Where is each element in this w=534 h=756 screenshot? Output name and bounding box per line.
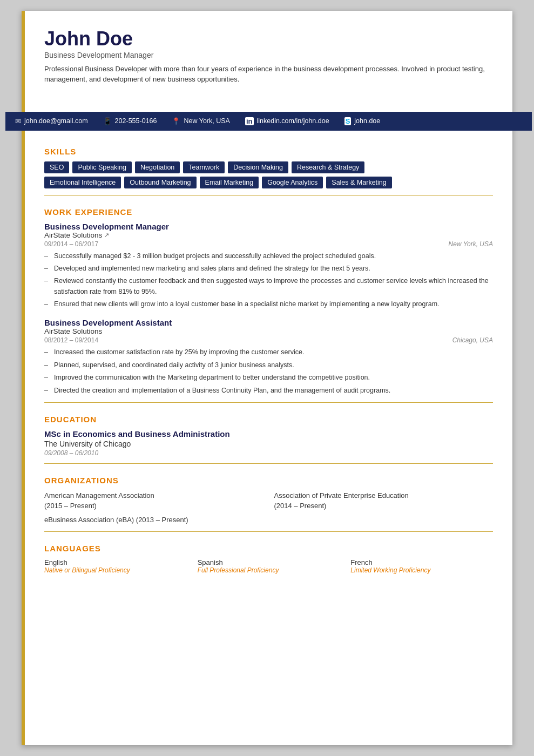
- contact-phone: 📱 202-555-0166: [103, 117, 157, 125]
- skills-row-1: SEO Public Speaking Negotiation Teamwork…: [44, 161, 493, 173]
- org-3: eBusiness Association (eBA) (2013 – Pres…: [44, 515, 493, 525]
- job-2-bullet-4: Directed the creation and implementation…: [44, 386, 493, 396]
- skill-sales-marketing: Sales & Marketing: [326, 177, 391, 188]
- lang-french: French Limited Working Proficiency: [350, 558, 493, 574]
- work-divider: [44, 402, 493, 403]
- org-1: American Management Association (2015 – …: [44, 490, 263, 511]
- job-1-company: AirState Solutions ↗: [44, 231, 493, 239]
- job-2-title: Business Development Assistant: [44, 318, 493, 327]
- edu-school: The University of Chicago: [44, 440, 493, 448]
- org-section-title: ORGANIZATIONS: [44, 476, 493, 485]
- skills-divider: [44, 195, 493, 195]
- job-2-bullet-1: Increased the customer satisfaction rate…: [44, 347, 493, 357]
- org-2: Association of Private Enterprise Educat…: [274, 490, 494, 511]
- job-2-date-row: 08/2012 – 09/2014 Chicago, USA: [44, 336, 493, 344]
- skype-value: john.doe: [354, 117, 380, 125]
- contact-email: ✉ john.doe@gmail.com: [15, 117, 88, 125]
- work-experience-section-title: WORK EXPERIENCE: [44, 207, 493, 217]
- skill-public-speaking: Public Speaking: [72, 161, 132, 173]
- org-2-name: Association of Private Enterprise Educat…: [274, 490, 494, 501]
- skill-teamwork: Teamwork: [183, 161, 225, 173]
- lang-spanish-name: Spanish: [198, 558, 340, 566]
- skill-emotional-intelligence: Emotional Intelligence: [44, 177, 121, 188]
- job-2-bullet-3: Improved the communication with the Mark…: [44, 373, 493, 383]
- candidate-name: John Doe: [44, 28, 493, 50]
- contact-skype: S john.doe: [344, 117, 381, 125]
- org-grid: American Management Association (2015 – …: [44, 490, 493, 511]
- linkedin-icon: in: [245, 117, 254, 125]
- phone-value: 202-555-0166: [115, 117, 157, 125]
- job-1-location: New York, USA: [449, 240, 493, 248]
- candidate-summary: Professional Business Developer with mor…: [44, 64, 493, 85]
- lang-spanish: Spanish Full Professional Proficiency: [198, 558, 340, 574]
- skill-outbound-marketing: Outbound Marketing: [124, 177, 196, 188]
- edu-degree: MSc in Economics and Business Administra…: [44, 429, 493, 438]
- job-1-bullet-3: Reviewed constantly the customer feedbac…: [44, 276, 493, 297]
- skill-negotiation: Negotiation: [135, 161, 180, 173]
- skill-google-analytics: Google Analytics: [262, 177, 323, 188]
- lang-english-name: English: [44, 558, 187, 566]
- location-icon: 📍: [172, 117, 180, 125]
- education-section-title: EDUCATION: [44, 415, 493, 424]
- job-2: Business Development Assistant AirState …: [44, 318, 493, 396]
- org-1-period: (2015 – Present): [44, 501, 263, 511]
- job-1-date-row: 09/2014 – 06/2017 New York, USA: [44, 240, 493, 248]
- job-2-bullet-2: Planned, supervised, and coordinated dai…: [44, 360, 493, 370]
- job-1-bullets: Successfully managed $2 - 3 million budg…: [44, 251, 493, 310]
- phone-icon: 📱: [103, 117, 112, 125]
- lang-spanish-proficiency: Full Professional Proficiency: [198, 566, 340, 574]
- org-1-name: American Management Association: [44, 490, 263, 501]
- contact-linkedin: in linkedin.com/in/john.doe: [245, 117, 329, 125]
- candidate-title: Business Development Manager: [44, 51, 493, 59]
- lang-french-name: French: [350, 558, 493, 566]
- contact-location: 📍 New York, USA: [172, 117, 229, 125]
- job-2-date: 08/2012 – 09/2014: [44, 336, 98, 344]
- skills-row-2: Emotional Intelligence Outbound Marketin…: [44, 177, 493, 188]
- linkedin-value: linkedin.com/in/john.doe: [257, 117, 329, 125]
- external-link-icon: ↗: [104, 232, 109, 239]
- languages-section-title: LANGUAGES: [44, 544, 493, 553]
- job-2-location: Chicago, USA: [452, 336, 493, 344]
- skill-decision-making: Decision Making: [228, 161, 288, 173]
- email-value: john.doe@gmail.com: [24, 117, 88, 125]
- lang-french-proficiency: Limited Working Proficiency: [350, 566, 493, 574]
- skill-research-strategy: Research & Strategy: [292, 161, 364, 173]
- languages-grid: English Native or Bilingual Proficiency …: [44, 558, 493, 574]
- job-2-company: AirState Solutions: [44, 327, 493, 335]
- job-1-bullet-2: Developed and implemented new marketing …: [44, 264, 493, 274]
- job-1-title: Business Development Manager: [44, 222, 493, 231]
- job-1-bullet-1: Successfully managed $2 - 3 million budg…: [44, 251, 493, 261]
- email-icon: ✉: [15, 117, 21, 125]
- skills-section-title: SKILLS: [44, 147, 493, 156]
- job-1: Business Development Manager AirState So…: [44, 222, 493, 310]
- lang-english-proficiency: Native or Bilingual Proficiency: [44, 566, 187, 574]
- org-2-period: (2014 – Present): [274, 501, 494, 511]
- job-2-bullets: Increased the customer satisfaction rate…: [44, 347, 493, 396]
- skill-seo: SEO: [44, 161, 69, 173]
- job-1-bullet-4: Ensured that new clients will grow into …: [44, 299, 493, 309]
- lang-english: English Native or Bilingual Proficiency: [44, 558, 187, 574]
- resume-container: John Doe Business Development Manager Pr…: [22, 11, 512, 745]
- edu-date: 09/2008 – 06/2010: [44, 449, 493, 457]
- skype-icon: S: [344, 117, 352, 125]
- edu-divider: [44, 463, 493, 464]
- skill-email-marketing: Email Marketing: [200, 177, 259, 188]
- job-1-date: 09/2014 – 06/2017: [44, 240, 98, 248]
- contact-bar: ✉ john.doe@gmail.com 📱 202-555-0166 📍 Ne…: [5, 112, 532, 131]
- org-divider: [44, 531, 493, 532]
- location-value: New York, USA: [184, 117, 229, 125]
